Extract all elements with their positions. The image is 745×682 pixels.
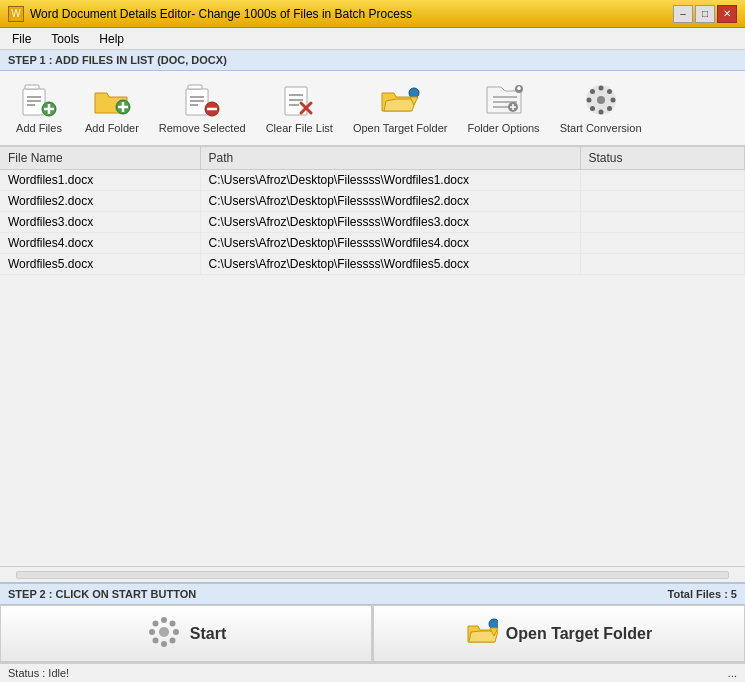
horizontal-scrollbar[interactable] bbox=[0, 566, 745, 582]
bottom-buttons: Start Open Target Folder bbox=[0, 605, 745, 663]
total-files: Total Files : 5 bbox=[668, 588, 737, 600]
open-target-folder-label: Open Target Folder bbox=[353, 122, 448, 134]
status-dots: ... bbox=[728, 667, 737, 679]
clear-file-list-label: Clear File List bbox=[266, 122, 333, 134]
svg-point-37 bbox=[598, 110, 603, 115]
remove-selected-icon bbox=[182, 82, 222, 118]
cell-filename: Wordfiles2.docx bbox=[0, 191, 200, 212]
clear-file-list-button[interactable]: Clear File List bbox=[257, 75, 342, 141]
svg-point-38 bbox=[590, 106, 595, 111]
svg-rect-0 bbox=[23, 89, 45, 115]
folder-options-icon bbox=[484, 82, 524, 118]
menu-tools[interactable]: Tools bbox=[43, 30, 87, 48]
cell-path: C:\Users\Afroz\Desktop\Filessss\Wordfile… bbox=[200, 212, 580, 233]
svg-point-42 bbox=[161, 617, 167, 623]
svg-rect-1 bbox=[25, 85, 39, 89]
svg-point-44 bbox=[173, 629, 179, 635]
open-target-folder-icon bbox=[380, 82, 420, 118]
svg-point-43 bbox=[169, 620, 175, 626]
svg-point-34 bbox=[607, 89, 612, 94]
status-text: Status : Idle! bbox=[8, 667, 69, 679]
col-path: Path bbox=[200, 147, 580, 170]
svg-point-33 bbox=[598, 86, 603, 91]
open-target-folder-bottom-button[interactable]: Open Target Folder bbox=[372, 605, 745, 662]
cell-status bbox=[580, 212, 745, 233]
svg-point-47 bbox=[152, 637, 158, 643]
remove-selected-label: Remove Selected bbox=[159, 122, 246, 134]
open-folder-bottom-icon bbox=[466, 618, 498, 650]
close-button[interactable]: ✕ bbox=[717, 5, 737, 23]
start-conversion-icon bbox=[581, 82, 621, 118]
step2-label: STEP 2 : CLICK ON START BUTTON bbox=[8, 588, 196, 600]
file-table: File Name Path Status Wordfiles1.docxC:\… bbox=[0, 147, 745, 275]
cell-status bbox=[580, 254, 745, 275]
svg-point-39 bbox=[586, 98, 591, 103]
svg-point-40 bbox=[590, 89, 595, 94]
start-conversion-label: Start Conversion bbox=[560, 122, 642, 134]
start-conversion-button[interactable]: Start Conversion bbox=[551, 75, 651, 141]
svg-point-45 bbox=[169, 637, 175, 643]
cell-status bbox=[580, 191, 745, 212]
add-files-button[interactable]: Add Files bbox=[4, 75, 74, 141]
svg-rect-11 bbox=[186, 89, 208, 115]
svg-point-41 bbox=[597, 96, 605, 104]
clear-file-list-icon bbox=[279, 82, 319, 118]
minimize-button[interactable]: – bbox=[673, 5, 693, 23]
cell-path: C:\Users\Afroz\Desktop\Filessss\Wordfile… bbox=[200, 191, 580, 212]
cell-path: C:\Users\Afroz\Desktop\Filessss\Wordfile… bbox=[200, 254, 580, 275]
folder-options-button[interactable]: Folder Options bbox=[458, 75, 548, 141]
menu-help[interactable]: Help bbox=[91, 30, 132, 48]
app-icon: W bbox=[8, 6, 24, 22]
cell-path: C:\Users\Afroz\Desktop\Filessss\Wordfile… bbox=[200, 170, 580, 191]
col-filename: File Name bbox=[0, 147, 200, 170]
scrollbar-track bbox=[16, 571, 729, 579]
status-bar: Status : Idle! ... bbox=[0, 663, 745, 682]
start-label: Start bbox=[190, 625, 226, 643]
table-row[interactable]: Wordfiles2.docxC:\Users\Afroz\Desktop\Fi… bbox=[0, 191, 745, 212]
cell-filename: Wordfiles3.docx bbox=[0, 212, 200, 233]
restore-button[interactable]: □ bbox=[695, 5, 715, 23]
svg-point-46 bbox=[161, 641, 167, 647]
remove-selected-button[interactable]: Remove Selected bbox=[150, 75, 255, 141]
file-table-wrapper[interactable]: File Name Path Status Wordfiles1.docxC:\… bbox=[0, 147, 745, 566]
table-row[interactable]: Wordfiles5.docxC:\Users\Afroz\Desktop\Fi… bbox=[0, 254, 745, 275]
table-row[interactable]: Wordfiles1.docxC:\Users\Afroz\Desktop\Fi… bbox=[0, 170, 745, 191]
add-folder-label: Add Folder bbox=[85, 122, 139, 134]
cell-status bbox=[580, 170, 745, 191]
svg-point-50 bbox=[159, 627, 169, 637]
open-target-folder-bottom-label: Open Target Folder bbox=[506, 625, 652, 643]
toolbar: Add Files Add Folder bbox=[0, 71, 745, 147]
table-row[interactable]: Wordfiles4.docxC:\Users\Afroz\Desktop\Fi… bbox=[0, 233, 745, 254]
cell-filename: Wordfiles4.docx bbox=[0, 233, 200, 254]
cell-filename: Wordfiles1.docx bbox=[0, 170, 200, 191]
add-files-icon bbox=[19, 82, 59, 118]
start-gear-icon bbox=[146, 614, 182, 654]
cell-path: C:\Users\Afroz\Desktop\Filessss\Wordfile… bbox=[200, 233, 580, 254]
svg-point-36 bbox=[607, 106, 612, 111]
svg-rect-12 bbox=[188, 85, 202, 89]
window-title: Word Document Details Editor- Change 100… bbox=[30, 7, 412, 21]
title-bar: W Word Document Details Editor- Change 1… bbox=[0, 0, 745, 28]
folder-options-label: Folder Options bbox=[467, 122, 539, 134]
add-files-label: Add Files bbox=[16, 122, 62, 134]
start-button[interactable]: Start bbox=[0, 605, 372, 662]
cell-status bbox=[580, 233, 745, 254]
svg-point-48 bbox=[149, 629, 155, 635]
cell-filename: Wordfiles5.docx bbox=[0, 254, 200, 275]
table-row[interactable]: Wordfiles3.docxC:\Users\Afroz\Desktop\Fi… bbox=[0, 212, 745, 233]
add-folder-button[interactable]: Add Folder bbox=[76, 75, 148, 141]
step2-header: STEP 2 : CLICK ON START BUTTON Total Fil… bbox=[0, 582, 745, 605]
menu-file[interactable]: File bbox=[4, 30, 39, 48]
open-target-folder-button[interactable]: Open Target Folder bbox=[344, 75, 457, 141]
add-folder-icon bbox=[92, 82, 132, 118]
col-status: Status bbox=[580, 147, 745, 170]
svg-point-49 bbox=[152, 620, 158, 626]
menu-bar: File Tools Help bbox=[0, 28, 745, 50]
svg-point-35 bbox=[610, 98, 615, 103]
step1-header: STEP 1 : ADD FILES IN LIST (DOC, DOCX) bbox=[0, 50, 745, 71]
